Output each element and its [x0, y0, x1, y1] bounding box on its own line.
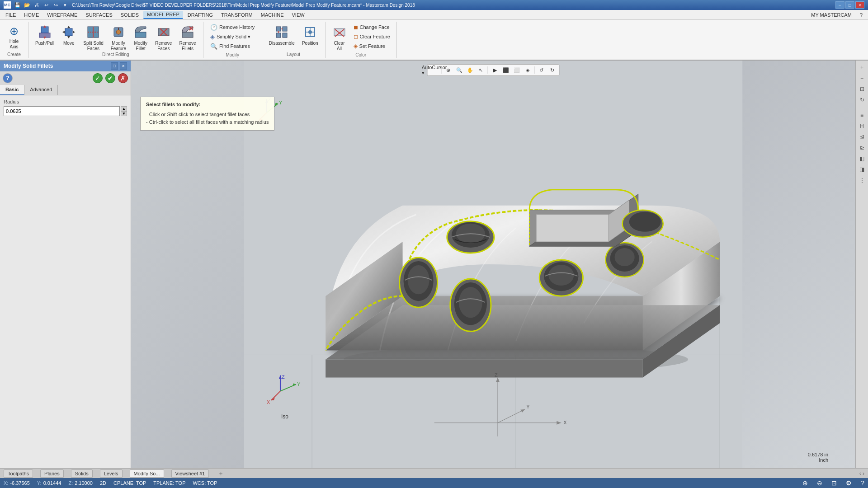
- modify-column: 🕐 Remove History ◈ Simplify Solid ▾ 🔍 Fi…: [208, 23, 257, 51]
- close-button[interactable]: ×: [855, 1, 864, 9]
- vp-zoom-button[interactable]: 🔍: [454, 66, 464, 75]
- panel-ok-button[interactable]: ✓: [93, 73, 103, 83]
- rt-zoom-in[interactable]: +: [857, 62, 867, 72]
- rt-shading[interactable]: ◧: [857, 154, 867, 164]
- modify-fillet-button[interactable]: ModifyFillet: [130, 23, 151, 50]
- status-page-arrows[interactable]: ‹ ›: [859, 470, 864, 477]
- set-feature-label: Set Feature: [359, 43, 385, 49]
- remove-history-button[interactable]: 🕐 Remove History: [208, 23, 257, 32]
- menu-transform[interactable]: TRANSFORM: [217, 11, 256, 19]
- tab-viewsheet[interactable]: Viewsheet #1: [171, 469, 209, 478]
- rt-wireframe[interactable]: ◨: [857, 164, 867, 174]
- radius-input-row: ▲ ▼: [4, 106, 127, 116]
- menu-machine[interactable]: MACHINE: [257, 11, 288, 19]
- tab-toolpaths[interactable]: Toolpaths: [4, 469, 33, 478]
- menu-view[interactable]: VIEW: [288, 11, 308, 19]
- qa-redo[interactable]: ↪: [52, 1, 60, 9]
- menu-surfaces[interactable]: SURFACES: [82, 11, 116, 19]
- minimize-button[interactable]: −: [835, 1, 844, 9]
- hole-axis-label: HoleAxis: [9, 39, 19, 50]
- change-face-button[interactable]: ◼ Change Face: [351, 23, 393, 32]
- remove-fillets-button[interactable]: RemoveFillets: [176, 23, 199, 50]
- panel-restore-button[interactable]: □: [111, 62, 118, 70]
- radius-input[interactable]: [4, 106, 120, 116]
- vp-redo-button[interactable]: ↻: [547, 66, 557, 75]
- viewport-toolbar: AutoCursor ▾ ⊕ 🔍 ✋ ↖ ▶ ⬛ ⬜ ◈ ↺ ↻: [427, 64, 560, 76]
- clear-feature-icon: ◻: [354, 33, 358, 40]
- rt-rotate[interactable]: ↻: [857, 95, 867, 105]
- vp-view2-button[interactable]: ⬛: [501, 66, 511, 75]
- qa-undo[interactable]: ↩: [42, 1, 50, 9]
- panel-close-button[interactable]: ×: [120, 62, 127, 70]
- clear-all-button[interactable]: ClearAll: [329, 23, 350, 50]
- tab-solids[interactable]: Solids: [71, 469, 93, 478]
- panel-tab-advanced[interactable]: Advanced: [24, 85, 58, 95]
- rt-view1[interactable]: ≡: [857, 110, 867, 120]
- tab-planes[interactable]: Planes: [40, 469, 64, 478]
- hole-axis-button[interactable]: ⊕ HoleAxis: [4, 23, 24, 50]
- disassemble-button[interactable]: Disassemble: [266, 23, 298, 50]
- modify-feature-button[interactable]: ModifyFeature: [108, 23, 129, 50]
- coord-settings[interactable]: ⚙: [846, 479, 852, 487]
- menu-help[interactable]: ?: [856, 11, 866, 19]
- coord-zoom-in[interactable]: ⊕: [802, 479, 808, 487]
- coord-help[interactable]: ?: [861, 479, 864, 487]
- menu-my-mastercam[interactable]: MY MASTERCAM: [807, 11, 855, 19]
- set-feature-button[interactable]: ◈ Set Feature: [351, 42, 393, 51]
- remove-fillets-icon: [180, 25, 195, 39]
- menu-drafting[interactable]: DRAFTING: [184, 11, 217, 19]
- vp-pan-button[interactable]: ✋: [465, 66, 475, 75]
- rt-zoom-out[interactable]: −: [857, 73, 867, 83]
- panel-help-button[interactable]: ?: [3, 73, 13, 83]
- simplify-solid-button[interactable]: ◈ Simplify Solid ▾: [208, 32, 257, 41]
- tab-modify-so[interactable]: Modify So...: [130, 469, 164, 478]
- ribbon-group-create: ⊕ HoleAxis Create: [0, 22, 28, 58]
- menu-file[interactable]: FILE: [2, 11, 19, 19]
- vp-view3-button[interactable]: ⬜: [512, 66, 522, 75]
- svg-text:Y: Y: [297, 381, 301, 387]
- status-tab-add[interactable]: +: [216, 469, 225, 478]
- svg-text:Z: Z: [282, 374, 285, 380]
- qa-print[interactable]: 🖨: [33, 1, 41, 9]
- qa-more[interactable]: ▾: [61, 1, 69, 9]
- find-features-button[interactable]: 🔍 Find Features: [208, 42, 257, 51]
- remove-faces-button[interactable]: RemoveFaces: [152, 23, 175, 50]
- panel-tab-basic[interactable]: Basic: [0, 85, 24, 95]
- coord-fit[interactable]: ⊡: [831, 479, 837, 487]
- vp-select-button[interactable]: ↖: [476, 66, 486, 75]
- position-button[interactable]: Position: [299, 23, 321, 50]
- maximize-button[interactable]: □: [845, 1, 854, 9]
- vp-view1-button[interactable]: ▶: [490, 66, 500, 75]
- rt-view3[interactable]: ⊴: [857, 132, 867, 142]
- push-pull-button[interactable]: Push/Pull: [32, 23, 57, 50]
- vp-undo-button[interactable]: ↺: [537, 66, 547, 75]
- split-solid-faces-button[interactable]: Split SolidFaces: [80, 23, 106, 50]
- clear-feature-button[interactable]: ◻ Clear Feature: [351, 32, 393, 41]
- tab-levels[interactable]: Levels: [100, 469, 123, 478]
- panel-cancel-button[interactable]: ✗: [118, 73, 128, 83]
- radius-decrement-button[interactable]: ▼: [121, 111, 127, 116]
- coord-x: X: -6.37565: [4, 480, 30, 486]
- vp-snap-button[interactable]: ⊕: [443, 66, 453, 75]
- auto-cursor-button[interactable]: AutoCursor ▾: [429, 66, 439, 75]
- vp-shading-button[interactable]: ◈: [523, 66, 533, 75]
- qa-open[interactable]: 📂: [23, 1, 31, 9]
- menu-model-prep[interactable]: MODEL PREP: [143, 11, 183, 19]
- panel-apply-button[interactable]: ✔: [105, 73, 115, 83]
- rt-fit[interactable]: ⊡: [857, 84, 867, 94]
- menu-wireframe[interactable]: WIREFRAME: [43, 11, 81, 19]
- menu-home[interactable]: HOME: [20, 11, 42, 19]
- svg-point-13: [116, 30, 121, 34]
- radius-increment-button[interactable]: ▲: [121, 106, 127, 111]
- coord-zoom-out[interactable]: ⊖: [817, 479, 822, 487]
- menu-solids[interactable]: SOLIDS: [117, 11, 142, 19]
- move-icon: [61, 25, 76, 39]
- clear-all-icon: [332, 25, 347, 39]
- move-button[interactable]: Move: [58, 23, 79, 50]
- rt-options[interactable]: ⋮: [857, 175, 867, 185]
- svg-text:X: X: [563, 420, 567, 425]
- rt-view4[interactable]: ⊵: [857, 143, 867, 153]
- ribbon-layout-items: Disassemble Position: [266, 23, 321, 50]
- rt-view2[interactable]: H: [857, 121, 867, 131]
- qa-save[interactable]: 💾: [14, 1, 22, 9]
